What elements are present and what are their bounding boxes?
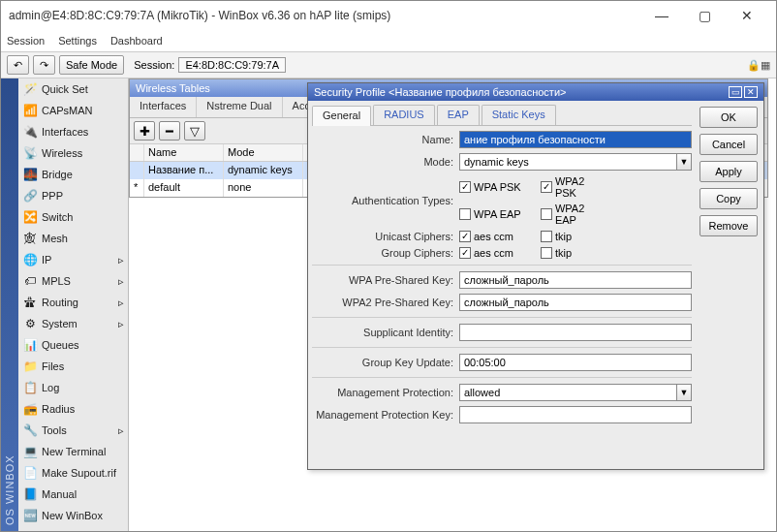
tab-radius[interactable]: RADIUS	[373, 105, 435, 125]
sidebar-item-new-terminal[interactable]: 💻New Terminal	[18, 441, 128, 462]
gku-input[interactable]	[459, 354, 692, 371]
checkbox[interactable]	[541, 181, 552, 193]
sidebar-item-tools[interactable]: 🔧Tools▹	[18, 420, 128, 441]
sidebar-item-wireless[interactable]: 📡Wireless	[18, 142, 128, 164]
security-profile-window: Security Profile <Название профиля безоп…	[307, 82, 764, 470]
sidebar-item-manual[interactable]: 📘Manual	[18, 484, 128, 505]
checkbox[interactable]	[459, 181, 471, 193]
submenu-arrow-icon: ▹	[118, 318, 124, 330]
add-button[interactable]: ✚	[134, 121, 155, 141]
checkbox[interactable]	[541, 231, 552, 242]
maximize-button[interactable]: ▢	[683, 2, 726, 29]
tab-eap[interactable]: EAP	[437, 105, 480, 125]
apply-button[interactable]: Apply	[699, 161, 758, 182]
tab-statickeys[interactable]: Static Keys	[482, 105, 556, 125]
safe-mode-button[interactable]: Safe Mode	[59, 55, 124, 75]
sidebar-item-mpls[interactable]: 🏷MPLS▹	[18, 270, 128, 292]
menubar: Session Settings Dashboard	[1, 30, 776, 51]
tab-interfaces[interactable]: Interfaces	[130, 97, 197, 117]
secwin-min-icon[interactable]: ▭	[729, 86, 742, 98]
sidebar-item-system[interactable]: ⚙System▹	[18, 313, 128, 334]
sidebar-item-ppp[interactable]: 🔗PPP	[18, 185, 128, 206]
sidebar-item-switch[interactable]: 🔀Switch	[18, 206, 128, 228]
checkbox[interactable]	[541, 208, 552, 220]
close-button[interactable]: ✕	[726, 2, 768, 29]
sidebar-item-ip[interactable]: 🌐IP▹	[18, 249, 128, 270]
sidebar-icon: 🔌	[22, 124, 38, 140]
sidebar-icon: 🪄	[22, 81, 38, 97]
wpa2-label: WPA2 Pre-Shared Key:	[312, 297, 459, 308]
wpa2-input[interactable]	[459, 294, 692, 311]
sidebar-icon: 📻	[22, 401, 38, 417]
remove-button[interactable]: ━	[159, 121, 180, 141]
sidebar-icon: 🏷	[22, 273, 38, 289]
sidebar-label: Log	[42, 382, 59, 393]
sidebar-item-log[interactable]: 📋Log	[18, 377, 128, 398]
chevron-down-icon[interactable]: ▼	[676, 153, 692, 171]
mp-combo[interactable]: ▼	[459, 384, 692, 401]
menu-dashboard[interactable]: Dashboard	[110, 35, 163, 47]
sidebar-item-bridge[interactable]: 🌉Bridge	[18, 164, 128, 185]
session-value: E4:8D:8C:C9:79:7A	[178, 57, 286, 73]
wpa-input[interactable]	[459, 271, 692, 289]
auth-label: Authentication Types:	[312, 195, 459, 206]
sidebar-item-radius[interactable]: 📻Radius	[18, 398, 128, 420]
submenu-arrow-icon: ▹	[118, 424, 124, 437]
col-name[interactable]: Name	[144, 144, 224, 161]
sidebar-item-files[interactable]: 📁Files	[18, 356, 128, 377]
supplicant-input[interactable]	[459, 324, 692, 341]
copy-button[interactable]: Copy	[699, 188, 758, 209]
cancel-button[interactable]: Cancel	[699, 134, 758, 155]
checkbox[interactable]	[459, 247, 471, 259]
sidebar-icon: 📡	[22, 145, 38, 161]
filter-button[interactable]: ▽	[184, 121, 205, 141]
sidebar-icon: 📁	[22, 359, 38, 374]
sidebar-item-make-supout.rif[interactable]: 📄Make Supout.rif	[18, 462, 128, 484]
name-input[interactable]	[459, 131, 692, 148]
sidebar-label: System	[42, 318, 78, 329]
sidebar-icon: 🌐	[22, 252, 38, 267]
sidebar-item-interfaces[interactable]: 🔌Interfaces	[18, 121, 128, 142]
menu-settings[interactable]: Settings	[58, 35, 97, 47]
mpk-input[interactable]	[459, 406, 692, 423]
secwin-close-icon[interactable]: ✕	[744, 86, 758, 98]
sidebar-label: New WinBox	[42, 510, 103, 521]
undo-button[interactable]: ↶	[7, 55, 29, 75]
sidebar-label: Switch	[42, 211, 73, 223]
chevron-down-icon[interactable]: ▼	[676, 384, 692, 401]
col-mode[interactable]: Mode	[224, 144, 303, 161]
sidebar-item-quick-set[interactable]: 🪄Quick Set	[18, 78, 128, 100]
sidebar-item-mesh[interactable]: 🕸Mesh	[18, 228, 128, 249]
submenu-arrow-icon: ▹	[118, 254, 124, 266]
checkbox[interactable]	[541, 247, 552, 259]
group-label: Group Ciphers:	[312, 247, 459, 259]
sidebar-label: MPLS	[42, 275, 71, 287]
sidebar-item-capsman[interactable]: 📶CAPsMAN	[18, 100, 128, 121]
sidebar-icon: 📶	[22, 103, 38, 118]
redo-button[interactable]: ↷	[33, 55, 55, 75]
minimize-button[interactable]: —	[640, 2, 683, 29]
col-flag[interactable]	[130, 144, 144, 161]
sidebar-label: CAPsMAN	[42, 105, 93, 116]
checkbox[interactable]	[459, 231, 471, 242]
sidebar-item-routing[interactable]: 🛣Routing▹	[18, 292, 128, 313]
tab-general[interactable]: General	[312, 106, 371, 126]
mode-label: Mode:	[312, 156, 459, 168]
submenu-arrow-icon: ▹	[118, 275, 124, 288]
sidebar-icon: 📘	[22, 486, 38, 502]
tab-nstreme[interactable]: Nstreme Dual	[197, 97, 282, 117]
checkbox[interactable]	[459, 208, 471, 220]
sidebar-label: Quick Set	[42, 83, 88, 95]
menu-session[interactable]: Session	[7, 35, 45, 47]
name-label: Name:	[312, 134, 459, 145]
session-label: Session:	[134, 59, 174, 71]
ok-button[interactable]: OK	[699, 107, 758, 128]
sidebar-icon: 🔗	[22, 188, 38, 203]
sidebar-label: Manual	[42, 488, 77, 500]
sidebar-item-new-winbox[interactable]: 🆕New WinBox	[18, 505, 128, 526]
sidebar-icon: 📄	[22, 465, 38, 481]
sidebar-item-queues[interactable]: 📊Queues	[18, 334, 128, 356]
mp-label: Management Protection:	[312, 387, 459, 398]
mode-combo[interactable]: ▼	[459, 153, 692, 171]
remove-button[interactable]: Remove	[699, 215, 758, 236]
